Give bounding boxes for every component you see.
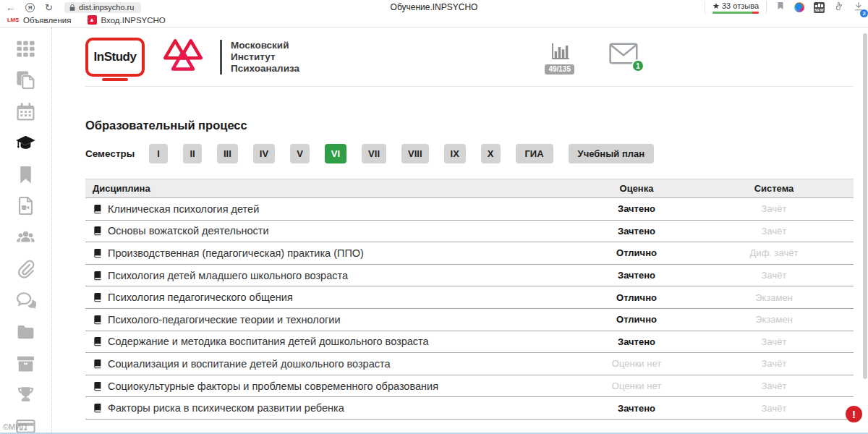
sidebar-item-video-file[interactable] <box>14 197 38 218</box>
discipline-name[interactable]: Содержание и методика воспитания детей д… <box>108 336 429 347</box>
system-value: Зачёт <box>694 203 854 214</box>
mail-button[interactable]: 1 <box>609 43 638 67</box>
progress-stats-button[interactable]: 49/135 <box>545 40 574 75</box>
hand-extension-icon[interactable] <box>834 1 844 14</box>
table-row[interactable]: Социокультурные факторы и проблемы совре… <box>85 375 854 398</box>
sidebar-item-folder[interactable] <box>14 323 38 344</box>
semester-tab-гиа[interactable]: ГИА <box>516 144 553 163</box>
semester-tab-iii[interactable]: III <box>217 144 238 163</box>
grid-icon <box>15 38 36 62</box>
reviews-widget[interactable]: ★ 33 отзыва <box>705 1 767 14</box>
sidebar-item-chat[interactable] <box>14 291 38 312</box>
grade-value: Зачтено <box>579 203 694 214</box>
sidebar-item-paperclip[interactable] <box>14 260 38 281</box>
discipline-name[interactable]: Психология педагогического общения <box>108 292 293 303</box>
sidebar-item-users[interactable] <box>14 228 38 250</box>
yandex-icon[interactable]: Я <box>25 3 35 12</box>
sidebar-item-bookmark[interactable] <box>14 165 38 187</box>
semester-tab-x[interactable]: X <box>481 144 501 163</box>
table-row[interactable]: Психология детей младшего школьного возр… <box>85 265 854 287</box>
grade-value: Зачтено <box>579 226 694 237</box>
grade-value: Отлично <box>579 247 694 258</box>
semester-tab-ix[interactable]: IX <box>444 144 466 163</box>
book-icon <box>93 271 103 281</box>
table-row[interactable]: Содержание и методика воспитания детей д… <box>85 331 854 354</box>
calendar-icon <box>15 101 36 125</box>
discipline-name[interactable]: Психолого-педагогические теории и технол… <box>108 314 341 326</box>
browser-extension-icon[interactable] <box>794 2 804 12</box>
semester-tab-vii[interactable]: VII <box>362 144 386 163</box>
mip-logo-icon[interactable] <box>163 36 203 78</box>
bookmark-item[interactable]: LMSОбъявления <box>7 16 72 25</box>
sidebar-item-archive[interactable] <box>14 354 38 375</box>
trophy-icon <box>15 384 36 408</box>
bookmark-item[interactable]: ▲Вход.INPSYCHO <box>88 15 166 25</box>
table-row[interactable]: Факторы риска в психическом развитии реб… <box>85 397 854 420</box>
bookmark-label: Объявления <box>23 16 72 25</box>
sidebar-item-files[interactable] <box>14 71 38 93</box>
discipline-name[interactable]: Основы вожатской деятельности <box>108 225 269 237</box>
semester-tab-iv[interactable]: IV <box>253 144 275 163</box>
sidebar-item-calendar[interactable] <box>14 102 38 124</box>
col-discipline: Дисциплина <box>93 183 150 194</box>
system-value: Экзамен <box>694 314 854 325</box>
url-text: dist.inpsycho.ru <box>79 3 134 12</box>
system-value: Диф. зачёт <box>694 247 854 258</box>
book-icon <box>93 315 103 325</box>
grade-value: Оценки нет <box>579 358 694 369</box>
sidebar-nav: ©МИП <box>0 27 52 433</box>
toolbar-right: ★ 33 отзыва NEW 2 <box>705 1 864 14</box>
semester-tab-viii[interactable]: VIII <box>401 144 429 163</box>
new-extension-icon[interactable]: NEW <box>814 2 825 13</box>
system-value: Зачёт <box>694 270 854 281</box>
semester-tab-ii[interactable]: II <box>183 144 202 163</box>
back-icon[interactable]: ← <box>6 3 15 12</box>
downloads-button[interactable]: 2 <box>854 1 864 14</box>
semester-tab-учебный-план[interactable]: Учебный план <box>569 144 654 163</box>
address-bar[interactable]: dist.inpsycho.ru <box>64 2 141 13</box>
semester-tab-vi[interactable]: VI <box>325 144 346 163</box>
logo-divider <box>220 40 222 75</box>
paperclip-icon <box>15 258 36 282</box>
scrollbar-thumb[interactable] <box>863 33 867 379</box>
table-row[interactable]: Клиническая психология детейЗачтеноЗачёт <box>85 198 854 221</box>
discipline-name[interactable]: Факторы риска в психическом развитии реб… <box>108 402 344 414</box>
browser-chrome: ← Я ↻ dist.inpsycho.ru Обучение.INPSYCHO… <box>0 0 868 27</box>
discipline-name[interactable]: Психология детей младшего школьного возр… <box>108 270 348 281</box>
table-row[interactable]: Психология педагогического общенияОтличн… <box>85 286 854 309</box>
semesters-label: Семестры <box>85 148 149 159</box>
sidebar-item-grid[interactable] <box>14 39 38 61</box>
chat-icon <box>15 290 36 314</box>
grade-value: Отлично <box>579 314 694 325</box>
copyright-label: ©МИП <box>3 422 27 431</box>
semester-tab-i[interactable]: I <box>149 144 168 163</box>
discipline-name[interactable]: Социализация и воспитание детей дошкольн… <box>108 358 391 370</box>
table-row[interactable]: Психолого-педагогические теории и технол… <box>85 309 854 331</box>
discipline-name[interactable]: Производственная (педагогическая) практи… <box>108 247 364 259</box>
table-row[interactable]: Производственная (педагогическая) практи… <box>85 242 854 265</box>
reviews-rating-bar <box>712 12 759 14</box>
alert-icon[interactable]: ! <box>846 406 862 422</box>
reviews-count: 33 отзыва <box>722 1 759 10</box>
sidebar-item-graduation-cap[interactable] <box>14 134 38 156</box>
lock-icon <box>69 4 76 12</box>
table-row[interactable]: Социализация и воспитание детей дошкольн… <box>85 353 854 375</box>
table-row[interactable]: Основы вожатской деятельностиЗачтеноЗачё… <box>85 221 854 243</box>
system-value: Экзамен <box>694 292 854 303</box>
folder-icon <box>15 321 36 345</box>
files-icon <box>15 69 36 93</box>
grade-value: Зачтено <box>579 403 694 414</box>
sidebar-item-trophy[interactable] <box>14 386 38 407</box>
browser-toolbar: ← Я ↻ dist.inpsycho.ru Обучение.INPSYCHO… <box>0 0 868 13</box>
discipline-name[interactable]: Социокультурные факторы и проблемы совре… <box>108 380 438 392</box>
instudy-logo[interactable]: InStudy <box>85 38 145 77</box>
institute-name: Московский Институт Психоанализа <box>231 40 299 75</box>
semester-tab-v[interactable]: V <box>290 144 310 163</box>
book-icon <box>93 381 103 391</box>
discipline-name[interactable]: Клиническая психология детей <box>108 203 259 215</box>
bookmark-flag-icon[interactable] <box>776 1 785 14</box>
bookmark-icon <box>15 164 36 188</box>
book-icon <box>93 204 103 214</box>
system-value: Зачёт <box>694 226 854 237</box>
refresh-icon[interactable]: ↻ <box>45 3 53 12</box>
